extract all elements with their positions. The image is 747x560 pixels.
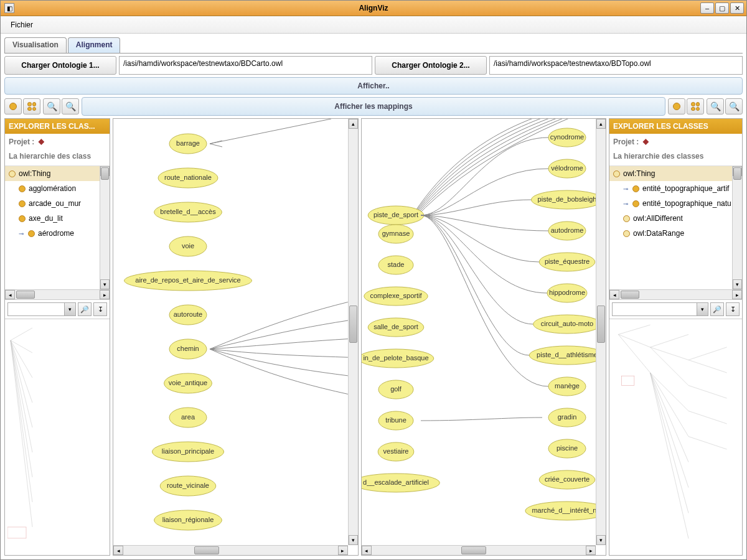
node-bullet-icon <box>632 185 639 192</box>
afficher-button[interactable]: Afficher.. <box>4 77 743 95</box>
scrollbar-vertical[interactable]: ▴▾ <box>732 166 742 289</box>
minimize-button[interactable]: – <box>700 2 714 14</box>
tree-item[interactable]: owl:Thing <box>5 166 110 181</box>
explorer-left: EXPLORER LES CLAS... Projet : La hierarc… <box>4 118 110 556</box>
graph-node-label: d__escalade_artificiel <box>363 478 429 486</box>
graph-pane-left[interactable]: barrageroute_nationalebretelle_d__accèsv… <box>113 118 359 556</box>
scrollbar-horizontal[interactable]: ◂▸ <box>113 545 348 555</box>
load-ontology-2-button[interactable]: Charger Ontologie 2... <box>375 56 487 75</box>
graph-node-label: piste_de_bobsleigh <box>537 195 596 203</box>
graph-node-label: stade <box>387 261 404 268</box>
class-tree-right[interactable]: owl:Thingentité_topographique_artifentit… <box>609 166 742 289</box>
hierarchy-label: La hierarchie des classes <box>609 150 742 166</box>
tree-item-label: axe_du_lit <box>29 214 63 223</box>
titlebar: ◧ AlignViz – ▢ ✕ <box>1 1 746 16</box>
graph-node-label: tribune <box>385 416 406 424</box>
refresh-icon[interactable]: ↧ <box>726 302 740 316</box>
tree-item[interactable]: arcade_ou_mur <box>5 196 110 211</box>
zoom-in-icon-right[interactable]: 🔍 <box>707 98 724 114</box>
tree-item[interactable]: agglomération <box>5 181 110 196</box>
node-bullet-icon <box>19 185 26 192</box>
tab-strip: Visualisation Alignment <box>4 37 743 54</box>
graph-pane-right[interactable]: piste_de_sportgymnasestadecomplexe_sport… <box>361 118 607 556</box>
tab-alignment[interactable]: Alignment <box>68 37 121 53</box>
graph-node-label: marché_d__intérêt_nat <box>532 506 602 514</box>
graph-node-label: in_de_pelote_basque <box>363 354 428 362</box>
app-icon: ◧ <box>4 3 14 13</box>
tree-item-label: entité_topographique_natu <box>642 199 731 208</box>
tree-item[interactable]: owl:DataRange <box>609 226 742 241</box>
explorer-right-title: EXPLORER LES CLASSES <box>609 119 742 134</box>
grid-nodes-icon[interactable] <box>23 98 40 114</box>
graph-node-label: gymnase <box>382 230 410 237</box>
graph-node-label: autoroute <box>174 310 202 318</box>
graph-node-label: complexe_sportif <box>370 292 422 299</box>
tree-item[interactable]: axe_du_lit <box>5 211 110 226</box>
tree-item[interactable]: entité_topographique_artif <box>609 181 742 196</box>
graph-node-label: bretelle_d__accès <box>160 208 216 215</box>
tree-item[interactable]: entité_topographique_natu <box>609 196 742 211</box>
class-tree-left[interactable]: owl:Thingagglomérationarcade_ou_muraxe_d… <box>5 166 110 289</box>
graph-node-label: voie <box>182 242 194 250</box>
graph-node-label: chemin <box>177 345 199 352</box>
projet-label: Projet : <box>9 138 34 146</box>
tree-item-label: owl:AllDifferent <box>633 214 683 223</box>
zoom-out-icon[interactable]: 🔍 <box>62 98 79 114</box>
graph-node-label: liaison_principale <box>162 447 214 455</box>
tree-item[interactable]: aérodrome <box>5 226 110 241</box>
graph-node-label: piste_équestre <box>544 258 589 265</box>
tree-item-label: arcade_ou_mur <box>29 199 81 208</box>
projet-label: Projet : <box>613 138 639 146</box>
filter-combo[interactable]: ▾ <box>612 302 708 316</box>
tree-item-label: owl:DataRange <box>633 229 684 238</box>
ontology-2-path[interactable]: /iasi/hamdi/workspace/testnewtaxo/BDTopo… <box>489 56 743 75</box>
overview-thumbnail-right[interactable] <box>609 319 742 555</box>
scrollbar-horizontal[interactable]: ◂▸ <box>362 545 596 555</box>
graph-node-label: aire_de_repos_et_aire_de_service <box>135 276 240 284</box>
load-ontology-1-button[interactable]: Charger Ontologie 1... <box>4 56 116 75</box>
hierarchy-label: La hierarchie des class <box>5 150 110 166</box>
tree-item-label: agglomération <box>29 184 76 193</box>
graph-node-label: cynodrome <box>550 133 583 141</box>
scrollbar-vertical[interactable]: ▴▾ <box>348 119 358 545</box>
binoculars-icon[interactable]: 🔎 <box>78 302 92 316</box>
svg-rect-0 <box>7 527 26 538</box>
graph-node-label: gradin <box>557 413 576 421</box>
zoom-out-icon-right[interactable]: 🔍 <box>725 98 743 114</box>
show-mappings-button[interactable]: Afficher les mappings <box>82 97 665 116</box>
tab-visualisation[interactable]: Visualisation <box>4 37 67 53</box>
node-bullet-icon <box>19 200 26 207</box>
tree-item[interactable]: owl:Thing <box>609 166 742 181</box>
node-bullet-icon <box>623 230 630 237</box>
graph-node-label: hippodrome <box>548 289 585 296</box>
graph-node-label: area <box>181 413 195 421</box>
explorer-left-title: EXPLORER LES CLAS... <box>5 119 110 134</box>
menu-fichier[interactable]: Fichier <box>6 18 38 32</box>
scrollbar-horizontal[interactable]: ◂▸ <box>609 289 742 299</box>
single-node-icon-right[interactable] <box>668 98 685 114</box>
explorer-right: EXPLORER LES CLASSES Projet : La hierarc… <box>609 118 743 556</box>
graph-node-label: criée_couverte <box>544 475 589 483</box>
tree-item-label: entité_topographique_artif <box>642 184 729 193</box>
zoom-in-icon[interactable]: 🔍 <box>43 98 60 114</box>
scrollbar-vertical[interactable]: ▴▾ <box>596 119 606 545</box>
scrollbar-horizontal[interactable]: ◂▸ <box>5 289 110 299</box>
maximize-button[interactable]: ▢ <box>715 2 729 14</box>
window-title: AlignViz <box>359 4 388 12</box>
grid-nodes-icon-right[interactable] <box>687 98 704 114</box>
tree-item-label: owl:Thing <box>19 169 50 178</box>
filter-combo[interactable]: ▾ <box>7 302 76 316</box>
refresh-icon[interactable]: ↧ <box>93 302 107 316</box>
graph-node-label: liaison_régionale <box>162 516 214 523</box>
graph-node-label: route_nationale <box>164 174 212 181</box>
tree-item[interactable]: owl:AllDifferent <box>609 211 742 226</box>
binoculars-icon[interactable]: 🔎 <box>710 302 724 316</box>
graph-node-label: piste_d__athlétisme <box>537 351 598 358</box>
node-bullet-icon <box>9 170 16 177</box>
scrollbar-vertical[interactable]: ▴▾ <box>100 166 110 289</box>
close-button[interactable]: ✕ <box>730 2 744 14</box>
single-node-icon[interactable] <box>4 98 22 114</box>
ontology-1-path[interactable]: /iasi/hamdi/workspace/testnewtaxo/BDCart… <box>119 56 372 75</box>
overview-thumbnail-left[interactable] <box>5 319 110 555</box>
svg-rect-1 <box>621 376 634 385</box>
